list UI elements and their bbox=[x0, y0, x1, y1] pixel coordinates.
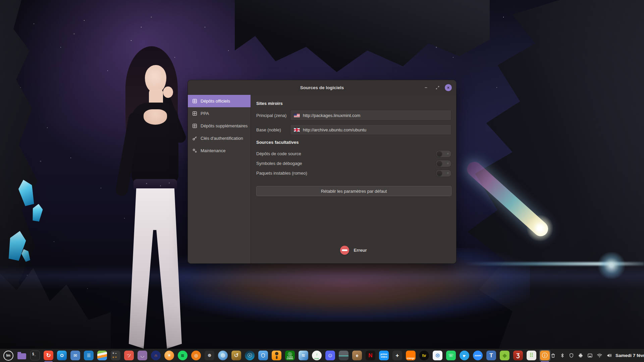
openshot-app-icon: ⊚ bbox=[218, 351, 228, 360]
music-disc-app[interactable]: ◎ bbox=[191, 350, 202, 361]
obs-studio-app[interactable]: ☸ bbox=[204, 350, 215, 361]
sidebar-item-2[interactable]: PPA bbox=[188, 107, 251, 120]
openshot-app[interactable]: ⊚ bbox=[217, 350, 228, 361]
optional-source-row: Dépôts de code source× bbox=[256, 149, 451, 159]
sidebar-item-label: Dépôts supplémentaires bbox=[201, 123, 248, 128]
restore-button[interactable] bbox=[433, 83, 441, 92]
plus-app[interactable]: + bbox=[392, 350, 403, 361]
mirror-row: Base (noble)http://archive.ubuntu.com/ub… bbox=[256, 124, 451, 135]
grin-face-app[interactable]: ◡ bbox=[137, 350, 148, 361]
pubg-app[interactable]: ↑PUBG bbox=[311, 350, 322, 361]
toggle-off-mark: × bbox=[447, 162, 449, 165]
key-icon bbox=[192, 136, 197, 141]
tlauncher-app[interactable]: T bbox=[486, 350, 497, 361]
clementine-app-icon: * bbox=[164, 351, 174, 360]
joystick-app-icon bbox=[272, 351, 281, 360]
display-icon[interactable] bbox=[587, 353, 593, 358]
shield-sword-app[interactable] bbox=[258, 350, 269, 361]
xbox-cloud-gaming-app-icon: ⓧCLOUD GAMING bbox=[285, 351, 295, 360]
printer-icon[interactable] bbox=[578, 353, 583, 358]
netflix-app[interactable]: N bbox=[365, 350, 376, 361]
red-emblem-app-icon: Ʒ bbox=[513, 351, 523, 360]
toggle-switch[interactable]: × bbox=[436, 150, 451, 158]
bluetooth-icon[interactable] bbox=[560, 353, 565, 358]
mirror-url-field[interactable]: http://archive.ubuntu.com/ubuntu bbox=[290, 124, 451, 135]
telegram-app-icon: ► bbox=[460, 351, 469, 360]
sidebar-item-3[interactable]: Dépôts supplémentaires bbox=[188, 120, 251, 132]
gimp-app[interactable]: ツ bbox=[123, 350, 135, 361]
obs-studio-app-icon: ☸ bbox=[205, 351, 214, 360]
tv-app-icon: tv bbox=[419, 351, 429, 360]
window-title: Sources de logiciels bbox=[188, 85, 456, 90]
mirror-url-field[interactable]: http://packages.linuxmint.com bbox=[290, 110, 451, 121]
terminal-app[interactable]: $_ bbox=[30, 350, 41, 361]
minetest-cube-app[interactable]: ◆ bbox=[499, 350, 510, 361]
sync-gold-app[interactable]: ↺ bbox=[231, 350, 242, 361]
software-sources-app[interactable]: ⓘ bbox=[539, 350, 550, 361]
minimize-button[interactable] bbox=[422, 83, 430, 92]
geforce-now-app[interactable]: ≈ bbox=[298, 350, 309, 361]
clementine-app[interactable]: * bbox=[164, 350, 175, 361]
tlauncher-app-icon: T bbox=[486, 351, 496, 360]
mail-app[interactable]: ✉ bbox=[70, 350, 81, 361]
emule-app[interactable]: e bbox=[352, 350, 363, 361]
mint-menu[interactable]: lm bbox=[3, 350, 14, 361]
reading-list-app[interactable]: ☰ bbox=[83, 350, 94, 361]
telegram-app[interactable]: ► bbox=[459, 350, 470, 361]
shield-icon[interactable] bbox=[569, 353, 574, 358]
whatsapp-app-icon: ☏ bbox=[446, 351, 456, 360]
pubg-app-icon: ↑PUBG bbox=[312, 351, 322, 360]
toggle-switch[interactable]: × bbox=[436, 170, 451, 177]
app-grid-app-icon: ⠿ bbox=[527, 351, 536, 360]
toggle-off-mark: × bbox=[447, 152, 449, 156]
clock[interactable]: Samedi 7 février, 15:34:23 bbox=[615, 353, 644, 358]
reset-defaults-button[interactable]: Rétablir les paramètres par défaut bbox=[256, 186, 451, 196]
orange-tv-app[interactable]: orange bbox=[405, 350, 416, 361]
volume-icon[interactable] bbox=[606, 353, 612, 358]
joystick-app[interactable] bbox=[271, 350, 282, 361]
spotify-app[interactable]: ≋ bbox=[177, 350, 188, 361]
netflix-app-icon: N bbox=[366, 351, 375, 360]
calculator-app-icon bbox=[111, 351, 120, 360]
outlook-app-icon: O bbox=[57, 351, 67, 360]
window-titlebar[interactable]: Sources de logiciels bbox=[188, 80, 456, 95]
grin-face-app-icon: ◡ bbox=[138, 351, 147, 360]
app-grid-app[interactable]: ⠿ bbox=[526, 350, 537, 361]
pinwheel-play-app[interactable]: ⊛ bbox=[432, 350, 443, 361]
steam-app-icon: ☉ bbox=[245, 351, 255, 360]
prime-video-app[interactable]: prime video bbox=[378, 350, 389, 361]
grid-icon bbox=[192, 99, 197, 104]
red-emblem-app[interactable]: Ʒ bbox=[513, 350, 524, 361]
layers-app[interactable] bbox=[97, 350, 108, 361]
close-button[interactable] bbox=[445, 84, 452, 91]
pinwheel-play-app-icon: ⊛ bbox=[433, 351, 442, 360]
media-swirl-app[interactable]: ↻ bbox=[43, 350, 54, 361]
xbox-cloud-gaming-app[interactable]: ⓧCLOUD GAMING bbox=[284, 350, 296, 361]
zoom-app[interactable]: zoom bbox=[472, 350, 483, 361]
audacity-app-icon: ∩ bbox=[151, 351, 161, 360]
wifi-icon[interactable] bbox=[597, 353, 602, 358]
sidebar-item-4[interactable]: Clés d'authentification bbox=[188, 132, 251, 144]
trash-icon[interactable] bbox=[550, 353, 556, 358]
media-swirl-app-icon: ↻ bbox=[44, 351, 53, 360]
steam-app[interactable]: ☉ bbox=[244, 350, 255, 361]
sidebar-item-5[interactable]: Maintenance bbox=[188, 144, 251, 157]
error-icon bbox=[340, 246, 349, 255]
discord-app[interactable]: ☺ bbox=[325, 350, 336, 361]
software-sources-window: Sources de logiciels Dépôts officielsPPA… bbox=[188, 80, 456, 263]
calculator-app[interactable] bbox=[110, 350, 121, 361]
audacity-app[interactable]: ∩ bbox=[150, 350, 161, 361]
sidebar-item-label: PPA bbox=[201, 111, 209, 116]
taskbar-apps: lm$_↻O✉☰ツ◡∩*≋◎☸⊚↺☉ⓧCLOUD GAMING≈↑PUBG☺eN… bbox=[3, 350, 550, 361]
tv-app[interactable]: tv bbox=[419, 350, 430, 361]
optional-source-row: Paquets instables (romeo)× bbox=[256, 168, 451, 178]
whatsapp-app[interactable]: ☏ bbox=[445, 350, 457, 361]
prime-video-app-icon: prime video bbox=[379, 351, 389, 360]
files-app[interactable] bbox=[16, 350, 27, 361]
system-tray bbox=[550, 353, 615, 358]
outlook-app[interactable]: O bbox=[56, 350, 67, 361]
teal-line-window-app[interactable] bbox=[338, 350, 349, 361]
minetest-cube-app-icon: ◆ bbox=[500, 351, 509, 360]
toggle-switch[interactable]: × bbox=[436, 160, 451, 167]
sidebar-item-1[interactable]: Dépôts officiels bbox=[188, 95, 251, 107]
